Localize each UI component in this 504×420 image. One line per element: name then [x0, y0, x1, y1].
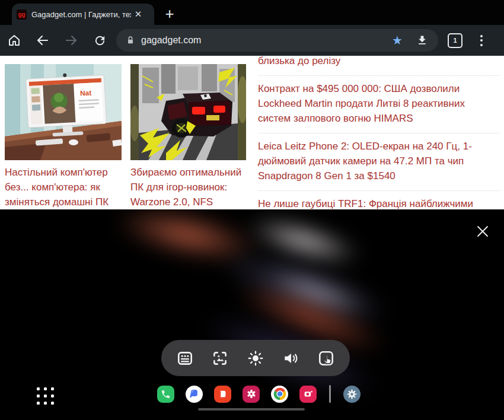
- overlay-control-pill: [161, 340, 350, 376]
- keyboard-icon: [176, 349, 194, 367]
- browser-tab[interactable]: gg Gagadget.com | Гаджети, техн ✕: [12, 4, 154, 25]
- volume-button[interactable]: [279, 346, 303, 370]
- article-thumbnail-desktop-pc[interactable]: Nat: [5, 64, 122, 160]
- reload-button[interactable]: [85, 26, 114, 55]
- app-drawer-button[interactable]: [37, 387, 54, 405]
- headline-list: близька до релізу Контракт на $495 000 0…: [258, 56, 499, 209]
- headline-link[interactable]: Не лише гаубиці TRF1: Франція найближчим…: [258, 190, 499, 209]
- brightness-button[interactable]: [244, 346, 267, 370]
- screen-capture-button[interactable]: [208, 346, 232, 370]
- headline-link[interactable]: близька до релізу: [258, 56, 499, 75]
- webpage-content: Nat Настільний комп'ютер без... комп'юте…: [0, 56, 504, 209]
- gallery-app-icon[interactable]: [243, 386, 260, 403]
- browser-tab-strip: gg Gagadget.com | Гаджети, техн ✕ +: [0, 0, 504, 25]
- back-arrow-icon: [36, 33, 50, 47]
- taskbar: [0, 382, 504, 420]
- back-button[interactable]: [28, 26, 57, 55]
- messages-app-icon[interactable]: [186, 386, 203, 403]
- url-text: gagadget.com: [141, 35, 385, 46]
- volume-icon: [282, 349, 300, 367]
- screen-capture-icon: [211, 349, 229, 367]
- headline-link[interactable]: Контракт на $495 000 000: США дозволили …: [258, 75, 499, 133]
- article-card: Збираємо оптимальний ПК для ігор-новинок…: [130, 64, 246, 209]
- brightness-icon: [247, 349, 264, 367]
- close-icon: [475, 224, 490, 239]
- site-favicon-icon: gg: [17, 9, 27, 20]
- phone-app-icon[interactable]: [157, 386, 174, 403]
- android-screen: gg Gagadget.com | Гаджети, техн ✕ +: [0, 0, 504, 420]
- reload-icon: [93, 34, 107, 47]
- article-thumbnail-gaming-pc[interactable]: [130, 64, 246, 160]
- tab-close-icon[interactable]: ✕: [132, 9, 144, 20]
- overlay-close-button[interactable]: [472, 221, 493, 242]
- taskbar-separator: [329, 385, 331, 403]
- chrome-app-icon[interactable]: [271, 386, 288, 403]
- samsung-notes-app-icon[interactable]: [214, 386, 231, 403]
- forward-button[interactable]: [57, 26, 85, 55]
- browser-menu-icon[interactable]: [477, 31, 486, 50]
- settings-app-icon[interactable]: [343, 386, 361, 403]
- headline-link[interactable]: Leica Leitz Phone 2: OLED-екран на 240 Г…: [258, 133, 499, 190]
- article-link[interactable]: Настільний комп'ютер без... комп'ютера: …: [5, 165, 122, 209]
- url-bar[interactable]: gagadget.com ★: [116, 29, 438, 52]
- svg-text:Nat: Nat: [80, 89, 92, 98]
- article-link[interactable]: Збираємо оптимальний ПК для ігор-новинок…: [130, 165, 246, 209]
- forward-arrow-icon: [64, 33, 78, 47]
- download-icon[interactable]: [410, 34, 435, 46]
- home-button[interactable]: [0, 26, 28, 55]
- article-card: Nat Настільний комп'ютер без... комп'юте…: [5, 64, 122, 209]
- new-tab-button[interactable]: +: [160, 4, 179, 23]
- tab-title: Gagadget.com | Гаджети, техн: [31, 10, 131, 19]
- home-icon: [7, 33, 21, 47]
- home-indicator-bar[interactable]: [198, 408, 305, 411]
- tab-switcher-button[interactable]: 1: [448, 33, 462, 48]
- lock-icon[interactable]: [120, 36, 141, 45]
- bookmark-star-icon[interactable]: ★: [385, 33, 410, 47]
- gear-icon: [346, 389, 358, 400]
- taskbar-apps: [157, 385, 361, 403]
- camera-app-icon[interactable]: [299, 386, 317, 403]
- browser-toolbar: gagadget.com ★ 1: [0, 25, 504, 56]
- keyboard-button[interactable]: [173, 346, 197, 370]
- touch-mode-button[interactable]: [314, 346, 338, 370]
- touch-mode-icon: [317, 349, 335, 367]
